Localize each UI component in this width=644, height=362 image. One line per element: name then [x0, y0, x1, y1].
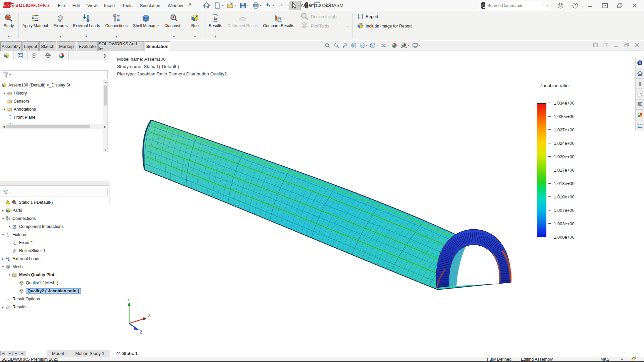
panel-tab-appearances-ball[interactable] — [55, 51, 69, 60]
pushpin-icon[interactable] — [187, 2, 192, 8]
collapse-left-pane-icon[interactable] — [593, 42, 598, 49]
expand-arrow-icon[interactable]: ▸ — [1, 209, 5, 212]
expand-arrow-icon[interactable]: ▸ — [3, 92, 6, 95]
apply-scene-icon[interactable]: ▾ — [400, 42, 410, 49]
tree-item-external-loads[interactable]: ▸ External Loads — [1, 255, 40, 263]
study-tab-model[interactable]: Model — [46, 350, 69, 357]
tree-item-fixed-1[interactable]: Fixed-1 — [8, 239, 33, 247]
tree-item-quality1-mesh-[interactable]: Quality1 (-Mesh-) — [15, 279, 58, 287]
run-button[interactable]: Run▾ — [186, 11, 204, 40]
search-input[interactable] — [487, 3, 541, 8]
tree-item-parts[interactable]: ▸ Parts — [1, 206, 22, 215]
tab-simulation[interactable]: Simulation — [145, 41, 170, 51]
tree-item-quality2-jacobian-ratio-[interactable]: Quality2 (-Jacobian ratio-) — [15, 287, 81, 295]
search-caret-icon[interactable]: ▾ — [546, 4, 548, 7]
edit-appearance-icon[interactable] — [390, 42, 399, 49]
feature-tree-filter[interactable]: ▾ — [1, 70, 108, 79]
feature-tree-hscrollbar[interactable]: ◀ ▶ — [1, 124, 108, 129]
compare-results-button[interactable]: ? Compare Results — [260, 11, 297, 40]
results-button[interactable]: Results▾ — [206, 11, 225, 40]
study-tab-motion-study-1[interactable]: Motion Study 1 — [69, 350, 110, 357]
select-cursor-icon[interactable]: ▾ — [289, 1, 301, 10]
last-tab-icon[interactable]: ►| — [19, 351, 25, 356]
close-doc-icon[interactable] — [634, 42, 640, 49]
tab-solidworks-add-ins[interactable]: SOLIDWORKS Add-Ins — [98, 41, 144, 51]
menu-tools[interactable]: Tools — [119, 0, 136, 11]
sim-tree-filter[interactable]: ▾ — [1, 188, 108, 196]
scroll-thumb[interactable] — [6, 125, 90, 128]
minimize-doc-icon[interactable] — [613, 42, 619, 49]
graphics-viewport[interactable]: Model name: Assem100 Study name: Static … — [110, 51, 644, 350]
panel-tab-displaymanager[interactable] — [14, 51, 28, 60]
expand-arrow-icon[interactable]: ▾ — [8, 273, 11, 277]
tab-assembly[interactable]: Assembly — [0, 41, 22, 51]
study-tab-static-1[interactable]: Static 1 — [110, 350, 143, 357]
hide-show-items-icon[interactable]: ▾ — [379, 42, 389, 49]
apply-material-button[interactable]: Apply Material — [20, 11, 51, 40]
menu-simulation[interactable]: Simulation — [136, 0, 164, 11]
options-gear-icon[interactable]: ▾ — [323, 1, 335, 10]
tab-sketch[interactable]: Sketch — [39, 41, 56, 51]
tree-item-sensors[interactable]: Sensors — [3, 97, 29, 105]
panel-splitter[interactable] — [0, 181, 109, 186]
taskpane-custom-properties-icon[interactable] — [635, 120, 644, 130]
expand-arrow-icon[interactable]: ▸ — [3, 108, 6, 111]
undo-icon[interactable]: ▾ — [263, 1, 275, 10]
tree-item-result-options[interactable]: Result Options — [1, 295, 40, 303]
menu-edit[interactable]: Edit — [69, 0, 84, 11]
prev-tab-icon[interactable]: ◄ — [7, 351, 13, 356]
diagnostics-button[interactable]: Diagnost...▾ — [162, 11, 186, 40]
tab-markup[interactable]: Markup — [57, 41, 76, 51]
expand-arrow-icon[interactable]: ▸ — [8, 225, 11, 228]
expand-arrow-icon[interactable]: ▾ — [1, 217, 5, 220]
minimize-button[interactable] — [584, 1, 596, 10]
tab-evaluate[interactable]: Evaluate — [77, 41, 98, 51]
scroll-right-icon[interactable]: ▶ — [103, 125, 107, 128]
scroll-thumb[interactable] — [104, 85, 107, 106]
panel-tab-configurationmanager[interactable] — [28, 51, 41, 60]
connections-button[interactable]: Connections▾ — [103, 11, 130, 40]
external-loads-button[interactable]: External Loads▾ — [70, 11, 103, 40]
open-icon[interactable]: ▾ — [225, 1, 237, 10]
study-button[interactable]: Study▾ — [0, 11, 17, 40]
tree-item-annotations[interactable]: ▸ A Annotations — [3, 105, 36, 113]
panel-tab-featuremanager-tree[interactable] — [0, 51, 14, 60]
next-tab-icon[interactable]: ► — [13, 351, 19, 356]
redo-icon[interactable]: ▾ — [276, 1, 288, 10]
panel-tab-overflow-icon[interactable]: ❯ — [103, 51, 109, 60]
properties-list-icon[interactable] — [312, 1, 322, 10]
taskpane-design-library-icon[interactable] — [635, 78, 644, 89]
rebuild-traffic-light-icon[interactable] — [302, 1, 312, 10]
menu-file[interactable]: File — [54, 0, 69, 11]
scroll-left-icon[interactable]: ◀ — [1, 125, 6, 128]
zoom-to-area-icon[interactable] — [332, 42, 340, 49]
expand-arrow-icon[interactable]: ▾ — [1, 265, 5, 268]
tab-layout[interactable]: Layout — [22, 41, 39, 51]
units-selector[interactable]: MKS — [600, 357, 609, 362]
menu-window[interactable]: Window — [164, 0, 187, 11]
fixtures-button[interactable]: Fixtures▾ — [51, 11, 70, 40]
tree-item-front-plane[interactable]: Front Plane — [3, 113, 36, 121]
taskpane-home-pane-icon[interactable] — [635, 68, 644, 78]
span-displays-button[interactable] — [598, 1, 611, 10]
restore-doc-icon[interactable] — [624, 42, 630, 49]
section-view-icon[interactable] — [350, 42, 358, 49]
tree-item-history[interactable]: ▸ History — [3, 89, 27, 97]
tree-root-assembly[interactable]: Assem100 (Default) <_Display St — [1, 81, 70, 89]
display-style-icon[interactable]: ▾ — [369, 42, 378, 49]
help-icon[interactable]: ? — [569, 1, 582, 10]
expand-arrow-icon[interactable]: ▾ — [1, 233, 5, 236]
tree-item-component-interactions[interactable]: ▸ Component Interactions — [8, 223, 64, 231]
expand-arrow-icon[interactable]: ▸ — [1, 305, 5, 309]
expand-arrow-icon[interactable]: ▸ — [1, 257, 5, 260]
panel-tab-dimxpertmanager[interactable] — [41, 51, 55, 60]
feature-tree-vscrollbar[interactable]: ▲ ▼ — [103, 80, 108, 152]
new-document-icon[interactable]: ▾ — [212, 1, 224, 10]
tree-item-fixtures[interactable]: ▾ Fixtures — [1, 231, 27, 239]
taskpane-view-palette-icon[interactable] — [635, 99, 644, 110]
include-image-button[interactable]: Include Image for Report — [356, 22, 413, 30]
account-icon[interactable] — [554, 1, 567, 10]
report-button[interactable]: Report — [356, 13, 413, 21]
save-icon[interactable]: ▾ — [238, 1, 250, 10]
scroll-down-icon[interactable]: ▼ — [103, 149, 107, 152]
